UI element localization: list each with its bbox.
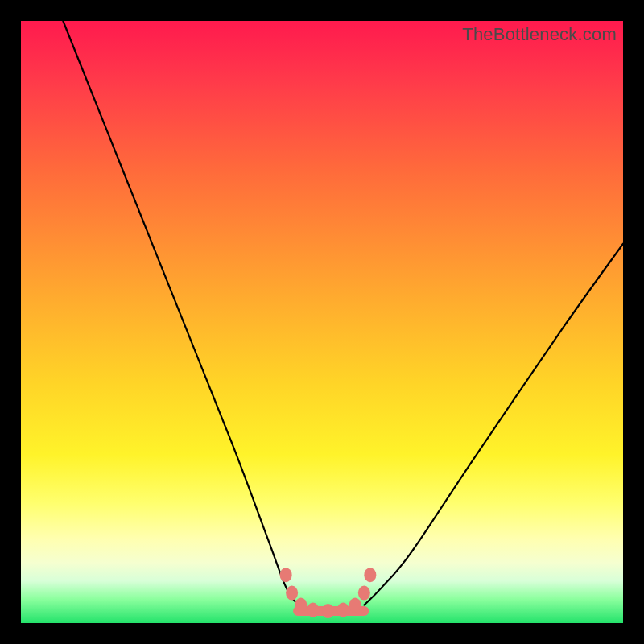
highlight-dot xyxy=(322,604,334,618)
curve-layer xyxy=(21,21,623,623)
chart-frame: TheBottleneck.com xyxy=(0,0,644,644)
highlight-dot xyxy=(307,603,319,617)
bottleneck-curve-left xyxy=(63,21,298,605)
highlight-dot xyxy=(337,603,349,617)
highlight-dot xyxy=(364,568,376,582)
highlight-dot xyxy=(358,586,370,601)
highlight-dot xyxy=(280,568,292,582)
bottleneck-curve-right xyxy=(364,244,623,605)
highlight-dot xyxy=(286,586,298,601)
highlight-dot xyxy=(295,598,307,613)
highlight-dot xyxy=(349,598,361,613)
plot-area: TheBottleneck.com xyxy=(21,21,623,623)
